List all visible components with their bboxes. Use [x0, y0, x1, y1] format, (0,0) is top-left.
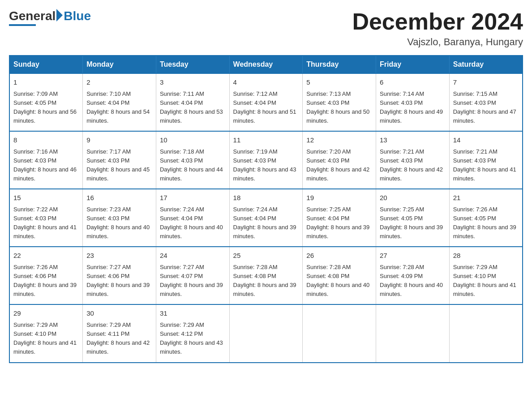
table-row: 4Sunrise: 7:12 AMSunset: 4:04 PMDaylight…	[229, 73, 303, 131]
day-number: 25	[233, 251, 299, 261]
header-saturday: Saturday	[449, 56, 523, 73]
table-row: 31Sunrise: 7:29 AMSunset: 4:12 PMDayligh…	[156, 304, 229, 362]
day-number: 4	[233, 77, 299, 88]
day-number: 27	[380, 251, 446, 261]
day-info: Sunrise: 7:26 AMSunset: 4:06 PMDaylight:…	[13, 263, 79, 299]
day-info: Sunrise: 7:29 AMSunset: 4:10 PMDaylight:…	[453, 263, 519, 299]
table-row: 27Sunrise: 7:28 AMSunset: 4:09 PMDayligh…	[376, 247, 450, 304]
table-row: 25Sunrise: 7:28 AMSunset: 4:08 PMDayligh…	[229, 247, 303, 304]
header-wednesday: Wednesday	[229, 56, 303, 73]
day-info: Sunrise: 7:24 AMSunset: 4:04 PMDaylight:…	[160, 205, 226, 241]
table-row	[229, 304, 303, 362]
page-header: General Blue December 2024 Vajszlo, Bara…	[9, 9, 523, 48]
day-number: 21	[453, 193, 519, 203]
calendar-header: Sunday Monday Tuesday Wednesday Thursday…	[9, 56, 523, 73]
day-number: 13	[380, 135, 446, 146]
day-info: Sunrise: 7:27 AMSunset: 4:07 PMDaylight:…	[160, 263, 226, 299]
day-number: 2	[86, 77, 152, 88]
day-number: 14	[453, 135, 519, 146]
table-row: 6Sunrise: 7:14 AMSunset: 4:03 PMDaylight…	[376, 73, 450, 131]
day-number: 24	[160, 251, 226, 261]
day-info: Sunrise: 7:29 AMSunset: 4:10 PMDaylight:…	[13, 321, 79, 357]
day-info: Sunrise: 7:19 AMSunset: 4:03 PMDaylight:…	[233, 147, 299, 184]
day-number: 28	[453, 251, 519, 261]
day-info: Sunrise: 7:24 AMSunset: 4:04 PMDaylight:…	[233, 205, 299, 241]
day-info: Sunrise: 7:29 AMSunset: 4:11 PMDaylight:…	[86, 321, 152, 357]
day-number: 7	[453, 77, 519, 88]
day-number: 29	[13, 308, 79, 319]
table-row: 15Sunrise: 7:22 AMSunset: 4:03 PMDayligh…	[9, 189, 83, 247]
day-info: Sunrise: 7:15 AMSunset: 4:03 PMDaylight:…	[453, 90, 519, 126]
day-info: Sunrise: 7:28 AMSunset: 4:09 PMDaylight:…	[380, 263, 446, 299]
table-row: 12Sunrise: 7:20 AMSunset: 4:03 PMDayligh…	[303, 131, 376, 189]
table-row: 19Sunrise: 7:25 AMSunset: 4:04 PMDayligh…	[303, 189, 376, 247]
table-row: 18Sunrise: 7:24 AMSunset: 4:04 PMDayligh…	[229, 189, 303, 247]
day-number: 9	[86, 135, 152, 146]
table-row: 14Sunrise: 7:21 AMSunset: 4:03 PMDayligh…	[449, 131, 523, 189]
day-number: 8	[13, 135, 79, 146]
day-number: 16	[86, 193, 152, 203]
day-info: Sunrise: 7:21 AMSunset: 4:03 PMDaylight:…	[380, 147, 446, 184]
table-row: 2Sunrise: 7:10 AMSunset: 4:04 PMDaylight…	[83, 73, 156, 131]
table-row: 11Sunrise: 7:19 AMSunset: 4:03 PMDayligh…	[229, 131, 303, 189]
header-tuesday: Tuesday	[156, 56, 229, 73]
day-info: Sunrise: 7:25 AMSunset: 4:04 PMDaylight:…	[306, 205, 372, 241]
table-row: 23Sunrise: 7:27 AMSunset: 4:06 PMDayligh…	[83, 247, 156, 304]
header-sunday: Sunday	[9, 56, 83, 73]
logo-general-text: General	[9, 9, 56, 23]
day-number: 15	[13, 193, 79, 203]
day-info: Sunrise: 7:17 AMSunset: 4:03 PMDaylight:…	[86, 147, 152, 184]
day-number: 23	[86, 251, 152, 261]
day-info: Sunrise: 7:09 AMSunset: 4:05 PMDaylight:…	[13, 90, 79, 126]
table-row: 9Sunrise: 7:17 AMSunset: 4:03 PMDaylight…	[83, 131, 156, 189]
day-number: 11	[233, 135, 299, 146]
logo-blue-text: Blue	[64, 9, 91, 23]
day-info: Sunrise: 7:26 AMSunset: 4:05 PMDaylight:…	[453, 205, 519, 241]
day-number: 5	[306, 77, 372, 88]
day-number: 12	[306, 135, 372, 146]
day-info: Sunrise: 7:22 AMSunset: 4:03 PMDaylight:…	[13, 205, 79, 241]
logo-underline-bar	[9, 24, 36, 26]
table-row: 3Sunrise: 7:11 AMSunset: 4:04 PMDaylight…	[156, 73, 229, 131]
day-info: Sunrise: 7:14 AMSunset: 4:03 PMDaylight:…	[380, 90, 446, 126]
table-row: 20Sunrise: 7:25 AMSunset: 4:05 PMDayligh…	[376, 189, 450, 247]
table-row: 7Sunrise: 7:15 AMSunset: 4:03 PMDaylight…	[449, 73, 523, 131]
day-info: Sunrise: 7:28 AMSunset: 4:08 PMDaylight:…	[306, 263, 372, 299]
table-row: 5Sunrise: 7:13 AMSunset: 4:03 PMDaylight…	[303, 73, 376, 131]
logo-arrow-icon	[56, 9, 63, 21]
header-thursday: Thursday	[303, 56, 376, 73]
day-info: Sunrise: 7:25 AMSunset: 4:05 PMDaylight:…	[380, 205, 446, 241]
table-row: 24Sunrise: 7:27 AMSunset: 4:07 PMDayligh…	[156, 247, 229, 304]
day-number: 19	[306, 193, 372, 203]
table-row: 21Sunrise: 7:26 AMSunset: 4:05 PMDayligh…	[449, 189, 523, 247]
table-row: 16Sunrise: 7:23 AMSunset: 4:03 PMDayligh…	[83, 189, 156, 247]
logo: General Blue	[9, 9, 91, 26]
day-number: 3	[160, 77, 226, 88]
day-info: Sunrise: 7:29 AMSunset: 4:12 PMDaylight:…	[160, 321, 226, 357]
table-row: 1Sunrise: 7:09 AMSunset: 4:05 PMDaylight…	[9, 73, 83, 131]
table-row: 10Sunrise: 7:18 AMSunset: 4:03 PMDayligh…	[156, 131, 229, 189]
day-number: 31	[160, 308, 226, 319]
table-row: 8Sunrise: 7:16 AMSunset: 4:03 PMDaylight…	[9, 131, 83, 189]
table-row: 13Sunrise: 7:21 AMSunset: 4:03 PMDayligh…	[376, 131, 450, 189]
location-subtitle: Vajszlo, Baranya, Hungary	[352, 36, 523, 48]
table-row: 29Sunrise: 7:29 AMSunset: 4:10 PMDayligh…	[9, 304, 83, 362]
day-info: Sunrise: 7:27 AMSunset: 4:06 PMDaylight:…	[86, 263, 152, 299]
calendar-body: 1Sunrise: 7:09 AMSunset: 4:05 PMDaylight…	[9, 73, 523, 362]
title-area: December 2024 Vajszlo, Baranya, Hungary	[352, 9, 523, 48]
day-number: 10	[160, 135, 226, 146]
day-info: Sunrise: 7:12 AMSunset: 4:04 PMDaylight:…	[233, 90, 299, 126]
table-row	[376, 304, 450, 362]
day-number: 22	[13, 251, 79, 261]
day-info: Sunrise: 7:16 AMSunset: 4:03 PMDaylight:…	[13, 147, 79, 184]
day-info: Sunrise: 7:11 AMSunset: 4:04 PMDaylight:…	[160, 90, 226, 126]
day-number: 18	[233, 193, 299, 203]
table-row: 28Sunrise: 7:29 AMSunset: 4:10 PMDayligh…	[449, 247, 523, 304]
day-info: Sunrise: 7:28 AMSunset: 4:08 PMDaylight:…	[233, 263, 299, 299]
day-info: Sunrise: 7:18 AMSunset: 4:03 PMDaylight:…	[160, 147, 226, 184]
day-number: 20	[380, 193, 446, 203]
calendar-table: Sunday Monday Tuesday Wednesday Thursday…	[9, 55, 523, 363]
header-monday: Monday	[83, 56, 156, 73]
header-friday: Friday	[376, 56, 450, 73]
table-row: 26Sunrise: 7:28 AMSunset: 4:08 PMDayligh…	[303, 247, 376, 304]
